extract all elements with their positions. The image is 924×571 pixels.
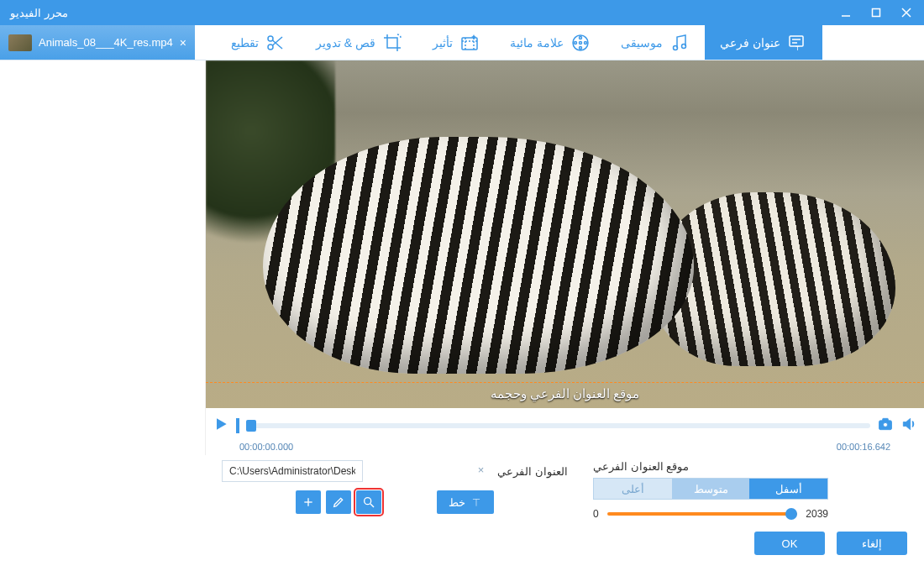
svg-rect-1 bbox=[873, 9, 880, 17]
file-tab-close-icon[interactable]: × bbox=[180, 36, 186, 50]
svg-point-11 bbox=[579, 46, 581, 49]
svg-point-15 bbox=[673, 45, 677, 50]
effect-icon bbox=[459, 33, 480, 53]
font-button[interactable]: خط bbox=[437, 490, 494, 514]
svg-line-27 bbox=[370, 504, 374, 507]
video-preview: موقع العنوان الفرعي وحجمه bbox=[206, 60, 924, 408]
slider-min: 0 bbox=[593, 508, 599, 520]
close-button[interactable] bbox=[892, 3, 921, 23]
subtitle-file-panel: العنوان الفرعي × خط bbox=[12, 460, 568, 520]
tool-tabs: تقطيع قص & تدوير تأثير علامة مائية موسيق… bbox=[195, 25, 924, 60]
film-reel-icon bbox=[570, 33, 591, 53]
position-bottom[interactable]: أسفل bbox=[749, 479, 827, 499]
maximize-button[interactable] bbox=[862, 3, 890, 23]
subtitle-label: العنوان الفرعي bbox=[497, 465, 568, 478]
crop-rotate-icon bbox=[382, 33, 402, 53]
position-label: موقع العنوان الفرعي bbox=[593, 460, 912, 473]
search-subtitle-button[interactable] bbox=[356, 490, 381, 514]
svg-point-10 bbox=[579, 36, 581, 39]
svg-point-22 bbox=[884, 422, 888, 427]
subtitle-guideline[interactable] bbox=[206, 382, 924, 383]
svg-point-13 bbox=[584, 41, 586, 44]
tool-crop[interactable]: قص & تدوير bbox=[301, 25, 417, 60]
svg-point-16 bbox=[681, 44, 685, 48]
play-button[interactable] bbox=[213, 416, 229, 436]
window-title: محرر الفيديو bbox=[10, 7, 68, 19]
svg-point-26 bbox=[365, 498, 371, 505]
position-top[interactable]: أعلى bbox=[594, 479, 672, 499]
title-bar: محرر الفيديو bbox=[0, 0, 924, 25]
file-name: Animals_08___4K_res.mp4 bbox=[39, 36, 173, 49]
position-segmented: أسفل متوسط أعلى bbox=[593, 478, 828, 500]
music-note-icon bbox=[669, 33, 690, 53]
main-area: موقع العنوان الفرعي وحجمه 00:00:00.000 0… bbox=[0, 60, 924, 455]
svg-point-4 bbox=[268, 36, 273, 41]
tool-subtitle[interactable]: T عنوان فرعي bbox=[705, 25, 822, 60]
subtitle-path-input[interactable] bbox=[222, 460, 363, 482]
tab-bar: Animals_08___4K_res.mp4 × تقطيع قص & تدو… bbox=[0, 25, 924, 60]
scissors-icon bbox=[265, 33, 286, 53]
text-icon bbox=[470, 496, 482, 508]
svg-rect-23 bbox=[883, 418, 889, 421]
time-current: 00:00:00.000 bbox=[239, 442, 293, 452]
seek-thumb[interactable] bbox=[246, 420, 256, 432]
bottom-panel: العنوان الفرعي × خط موقع العنوان الفرعي … bbox=[0, 455, 924, 520]
tool-effect[interactable]: تأثير bbox=[417, 25, 495, 60]
cancel-button[interactable]: إلغاء bbox=[837, 532, 907, 555]
playback-bar bbox=[206, 410, 924, 442]
time-total: 00:00:16.642 bbox=[837, 442, 890, 452]
ok-button[interactable]: OK bbox=[754, 532, 825, 555]
subtitle-preview-text: موقع العنوان الفرعي وحجمه bbox=[206, 386, 924, 401]
footer: OK إلغاء bbox=[0, 520, 924, 567]
svg-point-14 bbox=[579, 41, 581, 44]
tool-music[interactable]: موسيقى bbox=[606, 25, 705, 60]
svg-text:T: T bbox=[795, 45, 800, 52]
position-slider[interactable] bbox=[607, 512, 798, 516]
window-controls bbox=[832, 3, 921, 23]
svg-point-12 bbox=[574, 41, 576, 44]
svg-point-9 bbox=[573, 35, 588, 50]
video-frame bbox=[206, 60, 924, 408]
seek-track[interactable] bbox=[246, 423, 870, 428]
position-middle[interactable]: متوسط bbox=[672, 479, 750, 499]
sidebar bbox=[0, 60, 206, 455]
time-display: 00:00:00.000 00:00:16.642 bbox=[206, 442, 924, 455]
file-tab[interactable]: Animals_08___4K_res.mp4 × bbox=[0, 25, 195, 60]
tool-watermark[interactable]: علامة مائية bbox=[495, 25, 606, 60]
subtitle-position-panel: موقع العنوان الفرعي أسفل متوسط أعلى 0 20… bbox=[593, 460, 912, 520]
slider-max: 2039 bbox=[806, 508, 828, 520]
position-slider-row: 0 2039 bbox=[593, 508, 828, 520]
subtitle-icon: T bbox=[787, 33, 807, 53]
minimize-button[interactable] bbox=[832, 3, 860, 23]
file-thumb bbox=[8, 34, 32, 51]
snapshot-button[interactable] bbox=[877, 416, 894, 436]
tool-trim[interactable]: تقطيع bbox=[216, 25, 301, 60]
slider-thumb[interactable] bbox=[785, 508, 797, 520]
clear-path-icon[interactable]: × bbox=[478, 464, 485, 476]
add-subtitle-button[interactable] bbox=[296, 490, 321, 514]
volume-button[interactable] bbox=[900, 416, 917, 436]
edit-subtitle-button[interactable] bbox=[326, 490, 351, 514]
svg-rect-8 bbox=[462, 38, 477, 50]
frame-step-icon[interactable] bbox=[236, 418, 239, 433]
svg-point-5 bbox=[268, 45, 273, 50]
preview-area: موقع العنوان الفرعي وحجمه 00:00:00.000 0… bbox=[206, 60, 924, 455]
